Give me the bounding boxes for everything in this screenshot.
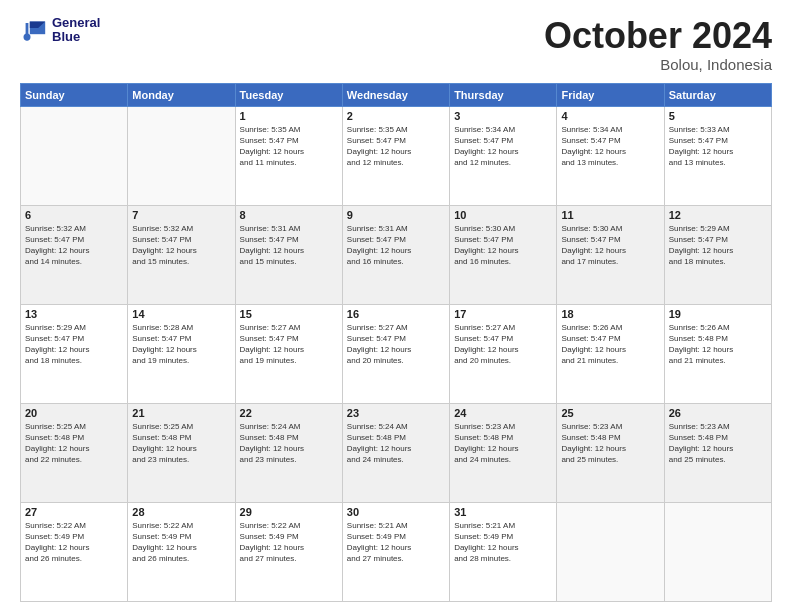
day-number: 4 (561, 110, 659, 122)
weekday-header: Friday (557, 83, 664, 106)
calendar-table: SundayMondayTuesdayWednesdayThursdayFrid… (20, 83, 772, 602)
calendar-week-row: 20Sunrise: 5:25 AM Sunset: 5:48 PM Dayli… (21, 403, 772, 502)
calendar-cell: 11Sunrise: 5:30 AM Sunset: 5:47 PM Dayli… (557, 205, 664, 304)
location: Bolou, Indonesia (544, 56, 772, 73)
day-number: 6 (25, 209, 123, 221)
calendar-cell: 24Sunrise: 5:23 AM Sunset: 5:48 PM Dayli… (450, 403, 557, 502)
day-number: 14 (132, 308, 230, 320)
calendar-cell (664, 502, 771, 601)
calendar-cell: 27Sunrise: 5:22 AM Sunset: 5:49 PM Dayli… (21, 502, 128, 601)
day-info: Sunrise: 5:34 AM Sunset: 5:47 PM Dayligh… (454, 124, 552, 169)
calendar-cell (128, 106, 235, 205)
day-info: Sunrise: 5:30 AM Sunset: 5:47 PM Dayligh… (561, 223, 659, 268)
day-number: 26 (669, 407, 767, 419)
day-number: 18 (561, 308, 659, 320)
calendar-cell: 3Sunrise: 5:34 AM Sunset: 5:47 PM Daylig… (450, 106, 557, 205)
day-info: Sunrise: 5:27 AM Sunset: 5:47 PM Dayligh… (454, 322, 552, 367)
calendar-header-row: SundayMondayTuesdayWednesdayThursdayFrid… (21, 83, 772, 106)
calendar-cell: 8Sunrise: 5:31 AM Sunset: 5:47 PM Daylig… (235, 205, 342, 304)
day-number: 27 (25, 506, 123, 518)
month-title: October 2024 (544, 16, 772, 56)
calendar-cell: 26Sunrise: 5:23 AM Sunset: 5:48 PM Dayli… (664, 403, 771, 502)
calendar-cell (557, 502, 664, 601)
day-info: Sunrise: 5:24 AM Sunset: 5:48 PM Dayligh… (240, 421, 338, 466)
day-info: Sunrise: 5:28 AM Sunset: 5:47 PM Dayligh… (132, 322, 230, 367)
day-number: 8 (240, 209, 338, 221)
calendar-cell: 17Sunrise: 5:27 AM Sunset: 5:47 PM Dayli… (450, 304, 557, 403)
day-number: 29 (240, 506, 338, 518)
calendar-cell: 4Sunrise: 5:34 AM Sunset: 5:47 PM Daylig… (557, 106, 664, 205)
day-number: 23 (347, 407, 445, 419)
day-info: Sunrise: 5:31 AM Sunset: 5:47 PM Dayligh… (240, 223, 338, 268)
day-number: 21 (132, 407, 230, 419)
calendar-cell: 20Sunrise: 5:25 AM Sunset: 5:48 PM Dayli… (21, 403, 128, 502)
day-info: Sunrise: 5:23 AM Sunset: 5:48 PM Dayligh… (669, 421, 767, 466)
day-number: 13 (25, 308, 123, 320)
day-info: Sunrise: 5:29 AM Sunset: 5:47 PM Dayligh… (25, 322, 123, 367)
day-info: Sunrise: 5:30 AM Sunset: 5:47 PM Dayligh… (454, 223, 552, 268)
weekday-header: Saturday (664, 83, 771, 106)
weekday-header: Wednesday (342, 83, 449, 106)
day-number: 19 (669, 308, 767, 320)
day-number: 12 (669, 209, 767, 221)
day-info: Sunrise: 5:26 AM Sunset: 5:48 PM Dayligh… (669, 322, 767, 367)
day-number: 30 (347, 506, 445, 518)
calendar-cell: 23Sunrise: 5:24 AM Sunset: 5:48 PM Dayli… (342, 403, 449, 502)
calendar-cell: 18Sunrise: 5:26 AM Sunset: 5:47 PM Dayli… (557, 304, 664, 403)
day-info: Sunrise: 5:31 AM Sunset: 5:47 PM Dayligh… (347, 223, 445, 268)
day-info: Sunrise: 5:32 AM Sunset: 5:47 PM Dayligh… (132, 223, 230, 268)
day-number: 10 (454, 209, 552, 221)
day-info: Sunrise: 5:22 AM Sunset: 5:49 PM Dayligh… (25, 520, 123, 565)
day-number: 20 (25, 407, 123, 419)
calendar-cell: 2Sunrise: 5:35 AM Sunset: 5:47 PM Daylig… (342, 106, 449, 205)
day-number: 25 (561, 407, 659, 419)
calendar-cell: 10Sunrise: 5:30 AM Sunset: 5:47 PM Dayli… (450, 205, 557, 304)
svg-rect-4 (26, 23, 29, 41)
day-info: Sunrise: 5:29 AM Sunset: 5:47 PM Dayligh… (669, 223, 767, 268)
calendar-cell: 6Sunrise: 5:32 AM Sunset: 5:47 PM Daylig… (21, 205, 128, 304)
calendar-cell: 13Sunrise: 5:29 AM Sunset: 5:47 PM Dayli… (21, 304, 128, 403)
day-number: 5 (669, 110, 767, 122)
logo-line1: General (52, 16, 100, 30)
day-info: Sunrise: 5:23 AM Sunset: 5:48 PM Dayligh… (561, 421, 659, 466)
weekday-header: Thursday (450, 83, 557, 106)
calendar-cell: 15Sunrise: 5:27 AM Sunset: 5:47 PM Dayli… (235, 304, 342, 403)
weekday-header: Tuesday (235, 83, 342, 106)
title-block: October 2024 Bolou, Indonesia (544, 16, 772, 73)
day-number: 3 (454, 110, 552, 122)
logo-line2: Blue (52, 30, 100, 44)
day-number: 28 (132, 506, 230, 518)
page: General Blue October 2024 Bolou, Indones… (0, 0, 792, 612)
day-info: Sunrise: 5:25 AM Sunset: 5:48 PM Dayligh… (25, 421, 123, 466)
day-info: Sunrise: 5:32 AM Sunset: 5:47 PM Dayligh… (25, 223, 123, 268)
calendar-cell: 29Sunrise: 5:22 AM Sunset: 5:49 PM Dayli… (235, 502, 342, 601)
day-info: Sunrise: 5:27 AM Sunset: 5:47 PM Dayligh… (240, 322, 338, 367)
calendar-week-row: 6Sunrise: 5:32 AM Sunset: 5:47 PM Daylig… (21, 205, 772, 304)
day-number: 11 (561, 209, 659, 221)
day-info: Sunrise: 5:26 AM Sunset: 5:47 PM Dayligh… (561, 322, 659, 367)
day-number: 2 (347, 110, 445, 122)
calendar-cell: 12Sunrise: 5:29 AM Sunset: 5:47 PM Dayli… (664, 205, 771, 304)
day-info: Sunrise: 5:34 AM Sunset: 5:47 PM Dayligh… (561, 124, 659, 169)
day-info: Sunrise: 5:22 AM Sunset: 5:49 PM Dayligh… (132, 520, 230, 565)
calendar-cell: 31Sunrise: 5:21 AM Sunset: 5:49 PM Dayli… (450, 502, 557, 601)
calendar-cell: 16Sunrise: 5:27 AM Sunset: 5:47 PM Dayli… (342, 304, 449, 403)
day-info: Sunrise: 5:35 AM Sunset: 5:47 PM Dayligh… (347, 124, 445, 169)
calendar-week-row: 1Sunrise: 5:35 AM Sunset: 5:47 PM Daylig… (21, 106, 772, 205)
day-info: Sunrise: 5:35 AM Sunset: 5:47 PM Dayligh… (240, 124, 338, 169)
calendar-cell: 28Sunrise: 5:22 AM Sunset: 5:49 PM Dayli… (128, 502, 235, 601)
calendar-cell: 25Sunrise: 5:23 AM Sunset: 5:48 PM Dayli… (557, 403, 664, 502)
day-info: Sunrise: 5:27 AM Sunset: 5:47 PM Dayligh… (347, 322, 445, 367)
calendar-cell: 30Sunrise: 5:21 AM Sunset: 5:49 PM Dayli… (342, 502, 449, 601)
day-info: Sunrise: 5:22 AM Sunset: 5:49 PM Dayligh… (240, 520, 338, 565)
day-info: Sunrise: 5:23 AM Sunset: 5:48 PM Dayligh… (454, 421, 552, 466)
header: General Blue October 2024 Bolou, Indones… (20, 16, 772, 73)
day-info: Sunrise: 5:25 AM Sunset: 5:48 PM Dayligh… (132, 421, 230, 466)
logo-text: General Blue (52, 16, 100, 45)
day-number: 9 (347, 209, 445, 221)
day-number: 1 (240, 110, 338, 122)
calendar-week-row: 13Sunrise: 5:29 AM Sunset: 5:47 PM Dayli… (21, 304, 772, 403)
day-number: 31 (454, 506, 552, 518)
logo: General Blue (20, 16, 100, 45)
calendar-cell (21, 106, 128, 205)
